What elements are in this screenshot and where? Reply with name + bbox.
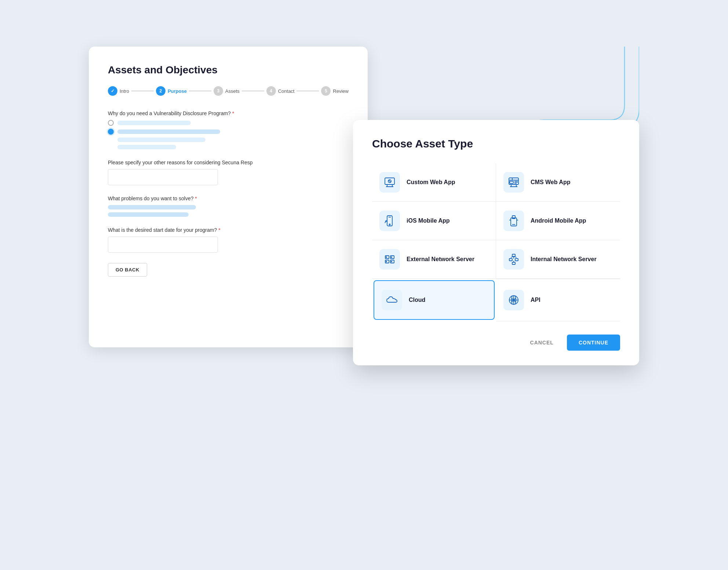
question2-section: Please specify your other reasons for co…: [108, 160, 349, 185]
radio-option-2[interactable]: [108, 129, 349, 135]
modal-title: Choose Asset Type: [372, 138, 620, 150]
asset-icon-custom-web-app: [379, 172, 400, 193]
question4-label: What is the desired start date for your …: [108, 227, 349, 233]
asset-name-external-network-server: External Network Server: [407, 255, 474, 263]
modal-footer: CANCEL CONTINUE: [372, 335, 620, 351]
asset-name-internal-network-server: Internal Network Server: [531, 255, 597, 263]
svg-point-22: [391, 257, 392, 257]
asset-icon-android-mobile-app: [503, 211, 524, 231]
step-circle-intro: ✓: [108, 86, 117, 96]
radio-dot-1: [108, 120, 114, 126]
step-label-assets: Assets: [225, 88, 240, 94]
continue-button[interactable]: CONTINUE: [567, 335, 620, 351]
step-connector-3: [242, 91, 264, 91]
q3-bar-1: [108, 205, 196, 209]
question4-input[interactable]: [108, 237, 218, 253]
asset-name-cms-web-app: CMS Web App: [531, 178, 570, 186]
asset-icon-api: [503, 290, 524, 310]
asset-icon-internal-network-server: [503, 249, 524, 270]
radio-option-1[interactable]: [108, 120, 349, 126]
q3-bar-2: [108, 212, 189, 217]
asset-item-api[interactable]: API: [496, 279, 620, 321]
radio-label-1: [117, 121, 191, 125]
radio-sub-1: [117, 138, 205, 142]
asset-item-internal-network-server[interactable]: Internal Network Server: [496, 240, 620, 279]
asset-name-api: API: [531, 296, 540, 304]
cancel-button[interactable]: CANCEL: [523, 335, 561, 350]
step-label-review: Review: [333, 88, 349, 94]
svg-point-21: [386, 257, 387, 257]
step-contact: 4 Contact: [266, 86, 295, 96]
choose-asset-modal: Choose Asset Type Custom Web App: [353, 120, 639, 365]
svg-point-23: [386, 261, 387, 262]
step-circle-assets: 3: [214, 86, 223, 96]
asset-name-custom-web-app: Custom Web App: [407, 178, 455, 186]
step-circle-contact: 4: [266, 86, 276, 96]
step-label-purpose: Purpose: [168, 88, 187, 94]
question1-label: Why do you need a Vulnerability Disclosu…: [108, 110, 349, 116]
asset-item-external-network-server[interactable]: External Network Server: [372, 240, 496, 279]
asset-grid: Custom Web App CMS Web App: [372, 163, 620, 321]
question2-input[interactable]: [108, 169, 218, 185]
step-label-intro: Intro: [120, 88, 129, 94]
asset-name-android-mobile-app: Android Mobile App: [531, 217, 586, 225]
asset-name-cloud: Cloud: [409, 296, 425, 304]
step-connector-1: [131, 91, 154, 91]
stepper: ✓ Intro 2 Purpose 3 Assets 4 Contact 5 R…: [108, 86, 349, 96]
question1-section: Why do you need a Vulnerability Disclosu…: [108, 110, 349, 149]
svg-point-24: [391, 261, 392, 262]
asset-item-android-mobile-app[interactable]: Android Mobile App: [496, 202, 620, 240]
question4-section: What is the desired start date for your …: [108, 227, 349, 253]
step-connector-2: [189, 91, 211, 91]
asset-icon-ios-mobile-app: [379, 211, 400, 231]
svg-rect-26: [509, 259, 512, 261]
asset-item-cloud[interactable]: Cloud: [374, 280, 495, 320]
svg-point-11: [389, 224, 390, 225]
step-circle-purpose: 2: [156, 86, 165, 96]
asset-icon-cms-web-app: [503, 172, 524, 193]
svg-rect-27: [515, 259, 518, 261]
bg-card-title: Assets and Objectives: [108, 64, 349, 76]
step-circle-review: 5: [321, 86, 331, 96]
asset-item-custom-web-app[interactable]: Custom Web App: [372, 163, 496, 202]
svg-rect-28: [512, 262, 515, 264]
question3-label: What problems do you want to solve? *: [108, 196, 349, 201]
asset-item-cms-web-app[interactable]: CMS Web App: [496, 163, 620, 202]
assets-objectives-card: Assets and Objectives ✓ Intro 2 Purpose …: [89, 47, 368, 347]
svg-rect-25: [512, 254, 515, 256]
asset-item-ios-mobile-app[interactable]: iOS Mobile App: [372, 202, 496, 240]
radio-dot-2: [108, 129, 114, 135]
radio-label-2: [117, 129, 220, 134]
step-purpose: 2 Purpose: [156, 86, 187, 96]
step-review: 5 Review: [321, 86, 349, 96]
asset-name-ios-mobile-app: iOS Mobile App: [407, 217, 450, 225]
asset-icon-external-network-server: [379, 249, 400, 270]
go-back-button[interactable]: GO BACK: [108, 263, 147, 277]
question2-label: Please specify your other reasons for co…: [108, 160, 349, 165]
question3-section: What problems do you want to solve? *: [108, 196, 349, 217]
step-connector-4: [296, 91, 319, 91]
step-intro: ✓ Intro: [108, 86, 129, 96]
radio-sub-2: [117, 145, 176, 149]
svg-rect-5: [510, 181, 513, 183]
step-assets: 3 Assets: [214, 86, 240, 96]
asset-icon-cloud: [382, 290, 402, 310]
step-label-contact: Contact: [278, 88, 295, 94]
